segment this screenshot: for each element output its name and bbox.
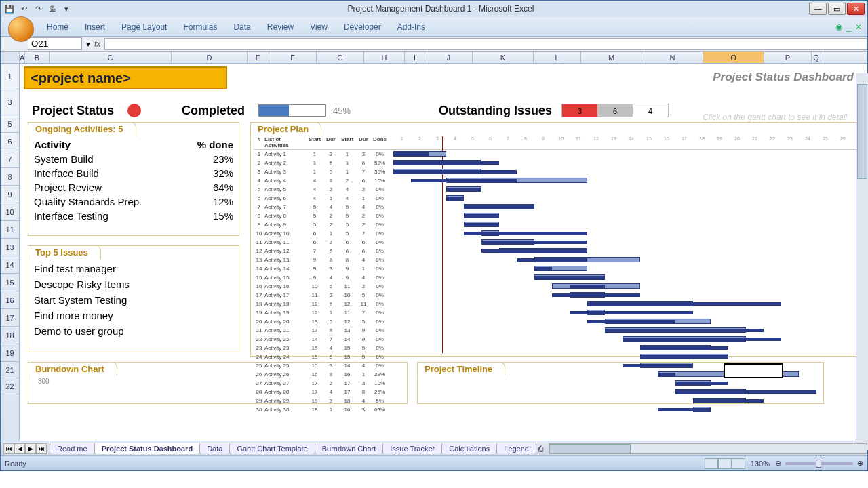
row-header-19[interactable]: 19 — [1, 344, 19, 362]
sheet-tab-calculations[interactable]: Calculations — [441, 443, 497, 454]
row-header-22[interactable]: 22 — [1, 378, 19, 394]
sheet-tab-legend[interactable]: Legend — [496, 443, 536, 454]
col-header-I[interactable]: I — [405, 52, 425, 63]
dashboard-title: Project Status Dashboard — [713, 70, 854, 84]
row-header-7[interactable]: 7 — [1, 150, 19, 168]
row-header-21[interactable]: 21 — [1, 362, 19, 378]
qat-more-icon[interactable]: ▾ — [60, 3, 73, 15]
row-header-16[interactable]: 16 — [1, 291, 19, 309]
col-header-M[interactable]: M — [581, 52, 642, 63]
col-header-C[interactable]: C — [50, 52, 172, 63]
ribbon-tab-formulas[interactable]: Formulas — [178, 21, 222, 33]
ribbon-tab-add-ins[interactable]: Add-Ins — [392, 21, 431, 33]
top-issues-panel: Top 5 Issues Find test managerDescope Ri… — [28, 245, 239, 352]
row-header-13[interactable]: 13 — [1, 239, 19, 256]
close-button[interactable]: ✕ — [847, 3, 865, 15]
issue-row: Start System Testing — [34, 292, 233, 308]
completed-label: Completed — [182, 104, 245, 118]
gantt-row: 10Activity 1061570% — [254, 229, 857, 238]
gantt-row: 16Activity 161051120% — [254, 282, 857, 291]
gantt-row: 1Activity 113120% — [254, 150, 857, 159]
status-ready: Ready — [5, 460, 26, 468]
tab-nav-prev[interactable]: ◀ — [14, 443, 25, 454]
col-header-N[interactable]: N — [642, 52, 703, 63]
tab-nav-next[interactable]: ▶ — [25, 443, 36, 454]
col-header-K[interactable]: K — [473, 52, 534, 63]
col-header-J[interactable]: J — [425, 52, 473, 63]
row-header-15[interactable]: 15 — [1, 274, 19, 291]
zoom-slider[interactable] — [785, 462, 853, 465]
zoom-level[interactable]: 130% — [751, 460, 770, 468]
zoom-in-button[interactable]: ⊕ — [857, 459, 863, 468]
completed-percent: 45% — [333, 106, 351, 116]
sheet-tab-burndown-chart[interactable]: Burndown Chart — [315, 443, 384, 454]
sheet-tab-project-status-dashboard[interactable]: Project Status Dashboard — [94, 443, 200, 454]
office-button[interactable] — [8, 16, 34, 42]
qat-print-icon[interactable]: 🖶 — [46, 3, 58, 15]
col-header-D[interactable]: D — [172, 52, 248, 63]
new-sheet-icon[interactable]: ⎙ — [538, 444, 543, 453]
row-header-5[interactable]: 5 — [1, 115, 19, 133]
vertical-scrollbar[interactable] — [856, 73, 868, 450]
col-header-F[interactable]: F — [269, 52, 317, 63]
project-name-cell[interactable]: <project name> — [24, 66, 227, 89]
ribbon-close-icon[interactable]: ✕ — [855, 22, 862, 32]
burndown-panel-tab: Burndown Chart — [28, 362, 117, 376]
sheet-tab-data[interactable]: Data — [199, 443, 230, 454]
col-header-A[interactable]: A — [20, 52, 25, 63]
row-header-9[interactable]: 9 — [1, 186, 19, 203]
row-header-14[interactable]: 14 — [1, 256, 19, 274]
col-header-E[interactable]: E — [248, 52, 269, 63]
maximize-button[interactable]: ▭ — [828, 3, 846, 15]
horizontal-scrollbar[interactable] — [549, 443, 867, 454]
row-header-17[interactable]: 17 — [1, 309, 19, 327]
row-header-6[interactable]: 6 — [1, 133, 19, 150]
col-header-P[interactable]: P — [764, 52, 812, 63]
sheet-tab-gantt-chart-template[interactable]: Gantt Chart Template — [229, 443, 315, 454]
col-header-B[interactable]: B — [25, 52, 50, 63]
worksheet-area[interactable]: <project name> Project Status Dashboard … — [20, 64, 867, 441]
name-box[interactable] — [28, 37, 82, 50]
row-header-3[interactable]: 3 — [1, 89, 19, 115]
col-header-H[interactable]: H — [364, 52, 405, 63]
view-pagebreak-button[interactable] — [732, 458, 745, 469]
ribbon-tab-data[interactable]: Data — [228, 21, 256, 33]
row-header-18[interactable]: 18 — [1, 327, 19, 344]
sheet-tab-read-me[interactable]: Read me — [50, 443, 95, 454]
gantt-row: 29Activity 291831845% — [254, 396, 857, 405]
project-plan-panel: Project Plan #List of ActivitiesStartDur… — [250, 122, 861, 357]
view-layout-button[interactable] — [718, 458, 732, 469]
tab-nav-last[interactable]: ⏭ — [36, 443, 47, 454]
ribbon-tab-developer[interactable]: Developer — [338, 21, 387, 33]
ribbon-tab-review[interactable]: Review — [262, 21, 299, 33]
row-header-10[interactable]: 10 — [1, 203, 19, 221]
row-header-8[interactable]: 8 — [1, 168, 19, 186]
col-header-G[interactable]: G — [317, 52, 364, 63]
fx-icon[interactable]: fx — [94, 39, 100, 49]
qat-save-icon[interactable]: 💾 — [3, 3, 16, 15]
qat-redo-icon[interactable]: ↷ — [32, 3, 44, 15]
ribbon-tab-home[interactable]: Home — [41, 21, 74, 33]
help-icon[interactable]: ◉ — [835, 22, 842, 32]
ribbon-tab-view[interactable]: View — [304, 21, 333, 33]
select-all-corner[interactable] — [1, 52, 20, 63]
zoom-out-button[interactable]: ⊖ — [775, 459, 781, 468]
col-header-O[interactable]: O — [703, 52, 764, 63]
row-header-11[interactable]: 11 — [1, 221, 19, 239]
sheet-tab-issue-tracker[interactable]: Issue Tracker — [382, 443, 442, 454]
col-header-L[interactable]: L — [534, 52, 581, 63]
formula-bar[interactable] — [104, 38, 867, 50]
ribbon-minimize-icon[interactable]: _ — [846, 22, 851, 32]
cell-selection-O21[interactable] — [724, 363, 783, 378]
col-header-Q[interactable]: Q — [812, 52, 821, 63]
namebox-dropdown-icon[interactable]: ▾ — [86, 39, 90, 49]
tab-nav-first[interactable]: ⏮ — [3, 443, 14, 454]
row-header-1[interactable]: 1 — [1, 64, 19, 89]
view-normal-button[interactable] — [705, 458, 718, 469]
qat-undo-icon[interactable]: ↶ — [18, 3, 30, 15]
pctdone-header: % done — [197, 139, 233, 150]
ribbon-tab-page-layout[interactable]: Page Layout — [116, 21, 172, 33]
minimize-button[interactable]: — — [809, 3, 827, 15]
ribbon-tab-insert[interactable]: Insert — [79, 21, 111, 33]
ongoing-panel-tab: Ongoing Activities: 5 — [28, 122, 136, 136]
